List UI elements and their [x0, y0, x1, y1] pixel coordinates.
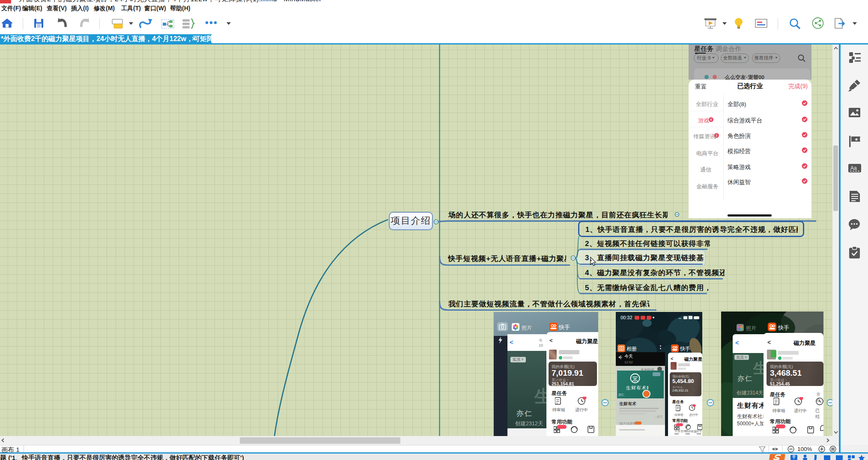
svg-text:Aa: Aa — [850, 165, 857, 171]
svg-text:100%: 100% — [797, 446, 812, 452]
